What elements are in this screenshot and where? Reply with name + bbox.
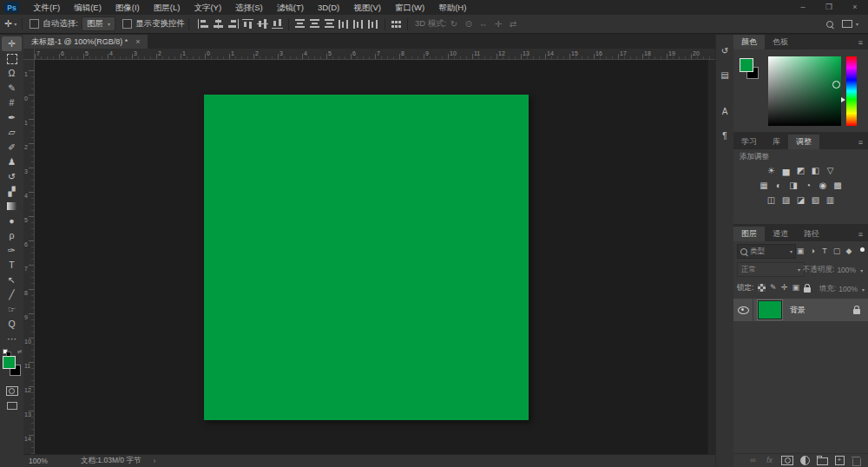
brush-tool[interactable]: ✐ — [2, 140, 22, 155]
threshold-icon[interactable]: ◪ — [793, 195, 808, 205]
menu-item[interactable]: 窗口(W) — [388, 0, 431, 15]
edit-toolbar[interactable]: ⋯ — [2, 332, 22, 346]
foreground-color-swatch[interactable] — [3, 356, 16, 369]
workspace-switcher-button[interactable]: ▾ — [842, 20, 858, 28]
gradient-tool[interactable] — [2, 199, 22, 214]
line-tool[interactable]: ╱ — [2, 287, 22, 302]
align-left-button[interactable] — [196, 17, 211, 31]
fill-control[interactable]: 填充: 100% ▾ — [819, 284, 865, 294]
close-tab-icon[interactable]: × — [135, 37, 140, 46]
panel-history-icon[interactable]: ↺ — [718, 43, 733, 58]
menu-item[interactable]: 滤镜(T) — [270, 0, 311, 15]
filter-smart-objects-icon[interactable]: ◆ — [843, 247, 855, 255]
color-tab[interactable]: 色板 — [765, 35, 796, 49]
document-canvas[interactable] — [204, 95, 529, 420]
layer-row[interactable]: 背景 — [733, 299, 868, 321]
color-lookup-icon[interactable]: ▩ — [831, 181, 845, 190]
panel-character-icon[interactable]: A — [718, 104, 733, 119]
menu-item[interactable]: 视图(V) — [346, 0, 388, 15]
pen-tool[interactable]: ✑ — [2, 243, 22, 258]
black-white-icon[interactable]: ◨ — [786, 181, 801, 190]
filter-type-layers-icon[interactable]: T — [819, 247, 831, 255]
hue-slider[interactable] — [846, 56, 857, 126]
status-expand-icon[interactable]: › — [153, 457, 155, 465]
eraser-tool[interactable]: ▞ — [2, 184, 22, 199]
blend-mode-dropdown[interactable]: 正常 ▾ — [737, 262, 805, 277]
healing-brush-tool[interactable]: ▱ — [2, 125, 22, 140]
minimize-button[interactable]: – — [790, 0, 816, 15]
quick-selection-tool[interactable]: ✎ — [2, 81, 22, 95]
dist-top-button[interactable] — [293, 17, 307, 31]
link-layers-button[interactable]: ∞ — [748, 455, 758, 466]
vibrance-icon[interactable]: ▽ — [823, 166, 838, 175]
exposure-icon[interactable]: ◧ — [808, 166, 823, 175]
close-button[interactable]: × — [842, 0, 868, 15]
panel-paragraph-icon[interactable]: ¶ — [718, 128, 733, 143]
selective-color-icon[interactable]: ▥ — [823, 195, 838, 205]
new-layer-button[interactable] — [835, 455, 845, 466]
menu-item[interactable]: 3D(D) — [311, 0, 346, 15]
dist-right-button[interactable] — [366, 17, 381, 31]
path-selection-tool[interactable]: ↖ — [2, 273, 22, 287]
lasso-tool[interactable]: Ω — [2, 66, 22, 81]
quick-mask-button[interactable] — [2, 385, 22, 398]
eyedropper-tool[interactable]: ✒ — [2, 110, 22, 125]
posterize-icon[interactable]: ▨ — [779, 195, 793, 205]
lock-all[interactable] — [801, 282, 812, 294]
panel-menu-icon[interactable]: ≡ — [858, 135, 868, 149]
layers-tab[interactable]: 路径 — [796, 227, 827, 241]
dodge-tool[interactable]: ρ — [2, 228, 22, 243]
hand-tool[interactable]: ☞ — [2, 302, 22, 317]
visibility-toggle[interactable] — [733, 299, 753, 321]
invert-icon[interactable]: ◫ — [764, 195, 779, 205]
gradient-map-icon[interactable]: ▧ — [808, 195, 823, 205]
auto-select-checkbox[interactable] — [30, 19, 39, 29]
screen-mode-button[interactable] — [2, 399, 22, 412]
adjustments-tab[interactable]: 调整 — [788, 135, 819, 149]
curves-icon[interactable]: ◩ — [793, 166, 808, 175]
document-tab[interactable]: 未标题-1 @ 100%(RGB/8) * × — [23, 35, 148, 49]
swap-colors-icon[interactable]: ⇄ — [17, 348, 22, 354]
tool-preset-button[interactable]: ✛ ▾ — [4, 18, 16, 30]
panel-menu-icon[interactable]: ≡ — [858, 227, 868, 241]
filter-toggle-icon[interactable] — [860, 247, 865, 252]
marquee-tool[interactable] — [2, 51, 22, 66]
zoom-level-field[interactable]: 100% — [29, 457, 65, 465]
layers-tab[interactable]: 图层 — [733, 227, 765, 241]
blur-tool[interactable]: ● — [2, 214, 22, 228]
align-bottom-button[interactable] — [270, 17, 285, 31]
filter-shape-layers-icon[interactable]: ▢ — [831, 247, 843, 255]
brightness-contrast-icon[interactable]: ☀ — [764, 166, 779, 175]
show-transform-checkbox[interactable] — [122, 19, 132, 29]
adjustments-tab[interactable]: 学习 — [733, 135, 765, 149]
align-vcenter-button[interactable] — [255, 17, 270, 31]
hue-slider-arrow[interactable] — [841, 97, 845, 102]
menu-item[interactable]: 文字(Y) — [187, 0, 228, 15]
dist-hcenter-button[interactable] — [352, 17, 366, 31]
history-brush-tool[interactable]: ↺ — [2, 169, 22, 184]
filter-adjustment-layers-icon[interactable]: ◑ — [806, 247, 819, 255]
hue-saturation-icon[interactable]: ▦ — [757, 181, 772, 190]
add-mask-button[interactable] — [781, 455, 793, 466]
grid-button[interactable] — [389, 17, 404, 31]
adjustments-tab[interactable]: 库 — [765, 135, 788, 149]
foreground-color-swatch[interactable] — [740, 58, 753, 72]
new-group-button[interactable] — [817, 455, 828, 466]
saturation-brightness-field[interactable] — [768, 56, 841, 126]
auto-select-target-dropdown[interactable]: 图层 ▾ — [82, 16, 115, 31]
channel-mixer-icon[interactable]: ◉ — [816, 181, 831, 190]
color-balance-icon[interactable]: ◐ — [772, 181, 786, 190]
dist-left-button[interactable] — [337, 17, 352, 31]
search-button[interactable] — [826, 21, 833, 28]
dist-bottom-button[interactable] — [322, 17, 337, 31]
layers-tab[interactable]: 通道 — [765, 227, 796, 241]
type-tool[interactable]: T — [2, 258, 22, 273]
menu-item[interactable]: 帮助(H) — [431, 0, 473, 15]
align-hcenter-button[interactable] — [211, 17, 226, 31]
canvas-viewport[interactable] — [35, 60, 715, 455]
opacity-control[interactable]: 不透明度: 100% ▾ — [803, 265, 863, 275]
menu-item[interactable]: 选择(S) — [228, 0, 270, 15]
vertical-scrollbar[interactable] — [707, 60, 715, 455]
new-adjustment-button[interactable] — [800, 455, 810, 466]
restore-button[interactable]: ❐ — [816, 0, 842, 15]
